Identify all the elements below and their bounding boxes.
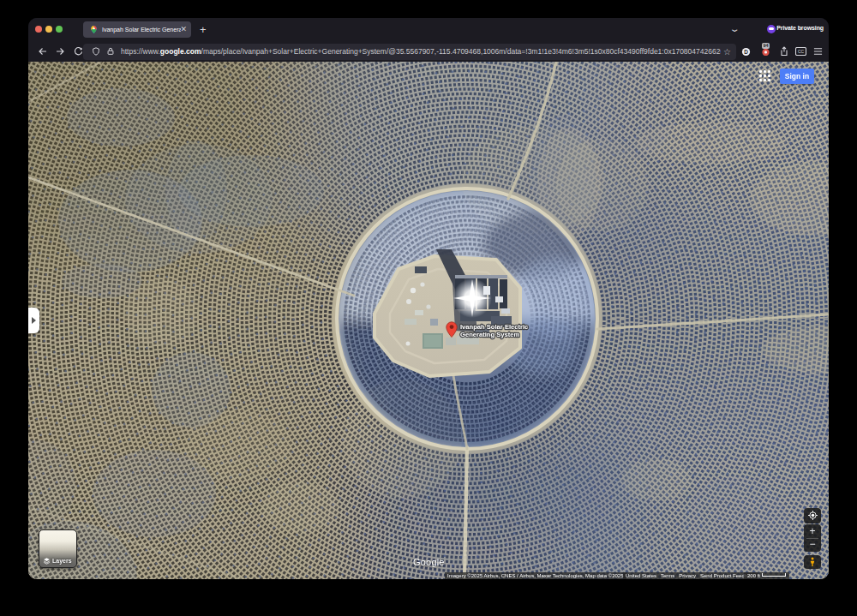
svg-text:Generating System: Generating System — [460, 331, 519, 338]
svg-text:CC: CC — [798, 49, 805, 54]
svg-text:D: D — [744, 48, 748, 54]
svg-text:Ivanpah Solar Electric: Ivanpah Solar Electric — [460, 323, 528, 331]
